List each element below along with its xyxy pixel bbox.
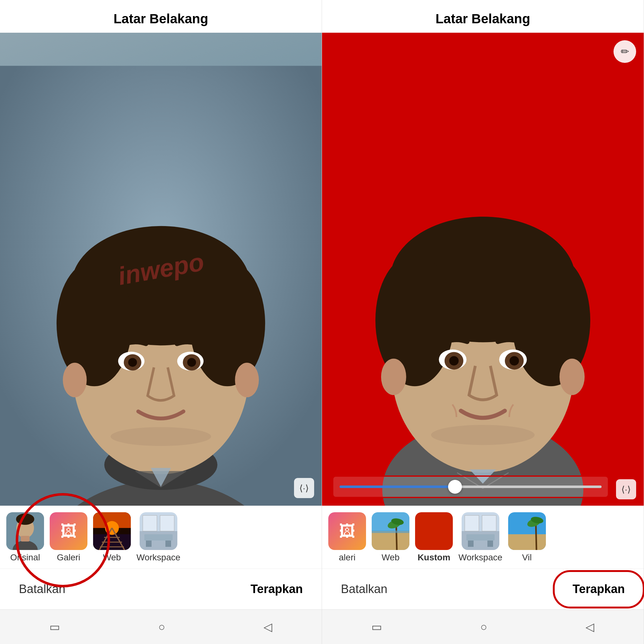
right-nav-circle-icon[interactable]: ○	[480, 620, 487, 634]
right-filter-vil-label: Vil	[522, 552, 532, 563]
svg-rect-36	[144, 534, 173, 541]
left-phone-panel: Latar Belakang	[0, 0, 322, 644]
svg-rect-38	[165, 541, 171, 547]
svg-point-53	[449, 356, 459, 365]
svg-point-55	[431, 425, 535, 445]
svg-rect-71	[508, 534, 546, 550]
web-thumb-img	[93, 512, 131, 550]
right-filter-vil[interactable]: Vil	[508, 512, 546, 563]
svg-rect-34	[143, 515, 157, 531]
right-filter-workspace-label: Workspace	[458, 552, 502, 563]
svg-rect-57	[372, 531, 409, 550]
left-nav-bar: ▭ ○ ◁	[0, 609, 322, 644]
svg-line-59	[396, 525, 397, 550]
left-apply-button[interactable]: Terapkan	[251, 582, 303, 596]
left-cancel-button[interactable]: Batalkan	[19, 582, 65, 596]
right-filter-kustom-thumb	[415, 512, 453, 550]
svg-rect-69	[487, 541, 493, 547]
left-photo-area: inwepo ⟨·⟩	[0, 33, 322, 506]
right-filter-kustom[interactable]: Kustom	[415, 512, 453, 563]
svg-rect-35	[160, 515, 174, 531]
svg-point-17	[111, 427, 211, 446]
right-filter-strip-wrapper: 🖼 aleri	[322, 506, 644, 569]
right-filter-galeri-label: aleri	[339, 552, 356, 563]
svg-point-54	[509, 356, 519, 365]
svg-rect-66	[482, 515, 496, 531]
right-web-thumb-img	[372, 512, 409, 550]
left-panel-title: Latar Belakang	[0, 0, 322, 33]
right-filter-workspace[interactable]: Workspace	[458, 512, 502, 563]
svg-point-20	[16, 514, 34, 525]
eraser-icon[interactable]: ✏	[613, 40, 636, 63]
svg-line-72	[536, 523, 536, 550]
svg-point-15	[128, 358, 137, 367]
svg-point-47	[381, 358, 406, 395]
right-filter-web-label: Web	[381, 552, 399, 563]
svg-rect-62	[372, 530, 409, 533]
workspace-thumb-img	[140, 512, 177, 550]
svg-point-48	[559, 358, 585, 395]
slider-thumb[interactable]	[448, 480, 462, 494]
svg-rect-37	[146, 541, 152, 547]
filter-web-label: Web	[103, 552, 121, 563]
left-filter-strip-wrapper: Orisinal 🖼 Galeri	[0, 506, 322, 569]
right-nav-home-icon[interactable]: ▭	[371, 620, 382, 634]
right-filter-web-thumb	[372, 512, 409, 550]
right-filter-galeri[interactable]: 🖼 aleri	[328, 512, 366, 563]
vil-thumb-img	[508, 512, 546, 550]
filter-workspace[interactable]: Workspace	[136, 512, 180, 563]
expand-icon-right[interactable]: ⟨·⟩	[616, 479, 636, 499]
right-filter-vil-thumb	[508, 512, 546, 550]
filter-web-thumb	[93, 512, 131, 550]
left-portrait	[0, 33, 322, 506]
right-photo-area: ✏ ⟨·⟩	[322, 33, 644, 506]
right-workspace-thumb-img	[462, 512, 499, 550]
right-galeri-icon: 🖼	[339, 522, 355, 541]
svg-rect-68	[468, 541, 474, 547]
filter-workspace-thumb	[140, 512, 177, 550]
right-nav-back-icon[interactable]: ◁	[586, 620, 594, 634]
expand-icon-left[interactable]: ⟨·⟩	[294, 478, 314, 498]
right-phone-panel: Latar Belakang	[322, 0, 644, 644]
right-filter-workspace-thumb	[462, 512, 499, 550]
nav-home-icon[interactable]: ▭	[49, 620, 60, 634]
filter-galeri[interactable]: 🖼 Galeri	[50, 512, 87, 563]
slider-box	[332, 475, 609, 498]
filter-web[interactable]: Web	[93, 512, 131, 563]
filter-galeri-thumb: 🖼	[50, 512, 87, 550]
right-apply-button[interactable]: Terapkan	[573, 582, 625, 596]
right-filter-kustom-label: Kustom	[418, 552, 450, 563]
svg-rect-22	[21, 536, 30, 541]
svg-point-10	[235, 363, 259, 397]
filter-original-label: Orisinal	[10, 552, 40, 563]
galeri-icon: 🖼	[60, 522, 77, 541]
right-filter-galeri-thumb: 🖼	[328, 512, 366, 550]
filter-workspace-label: Workspace	[136, 552, 180, 563]
filter-original-thumb	[6, 512, 44, 550]
svg-rect-65	[465, 515, 479, 531]
nav-back-icon[interactable]: ◁	[264, 620, 272, 634]
right-bottom-bar: Batalkan Terapkan	[322, 569, 644, 609]
right-portrait	[322, 33, 644, 506]
slider-container	[332, 474, 609, 499]
slider-track[interactable]	[340, 486, 602, 488]
filter-original[interactable]: Orisinal	[6, 512, 44, 563]
original-thumb-img	[6, 512, 44, 550]
right-nav-bar: ▭ ○ ◁	[322, 609, 644, 644]
right-panel-title: Latar Belakang	[322, 0, 644, 33]
left-filter-strip: Orisinal 🖼 Galeri	[0, 506, 322, 569]
svg-rect-67	[466, 534, 495, 541]
svg-point-16	[187, 358, 196, 367]
right-filter-web[interactable]: Web	[372, 512, 409, 563]
nav-home-circle-icon[interactable]: ○	[158, 620, 165, 634]
right-cancel-button[interactable]: Batalkan	[341, 582, 387, 596]
filter-galeri-label: Galeri	[57, 552, 81, 563]
left-bottom-bar: Batalkan Terapkan	[0, 569, 322, 609]
svg-point-9	[63, 363, 87, 397]
right-filter-strip: 🖼 aleri	[322, 506, 644, 569]
